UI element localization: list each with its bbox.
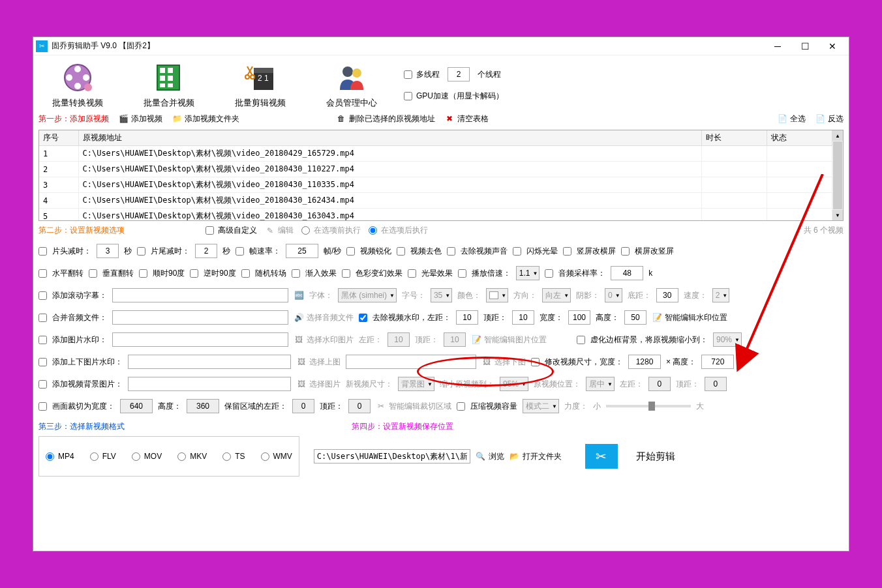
table-row[interactable]: 1C:\Users\HUAWEI\Desktop\素材\视频\video_201… [39, 146, 832, 162]
before-radio[interactable] [301, 226, 310, 235]
trim-head-input[interactable] [97, 244, 119, 258]
col-path[interactable]: 原视频地址 [78, 130, 702, 146]
wm-width-input[interactable] [568, 310, 590, 325]
crop-h-input[interactable] [187, 399, 219, 413]
wm-top-input[interactable] [512, 310, 534, 325]
subtitle-input[interactable] [112, 288, 288, 302]
member-center-button[interactable]: 会员管理中心 [312, 62, 391, 109]
scroll-down-arrow[interactable]: ▼ [832, 210, 843, 220]
add-video-button[interactable]: 🎬添加视频 [118, 113, 162, 125]
multithread-checkbox[interactable] [404, 70, 412, 79]
col-duration[interactable]: 时长 [702, 130, 767, 146]
halo-checkbox[interactable] [408, 269, 416, 278]
shadow-select[interactable]: 0▼ [605, 288, 622, 302]
size-select[interactable]: 35▼ [431, 288, 452, 302]
select-audio-button[interactable]: 🔊选择音频文件 [294, 312, 354, 323]
speed-select[interactable]: 1.1▼ [516, 266, 540, 280]
table-row[interactable]: 3C:\Users\HUAWEI\Desktop\素材\视频\video_201… [39, 177, 832, 193]
delete-selected-button[interactable]: 🗑删除已选择的原视频地址 [336, 113, 435, 125]
colorshift-checkbox[interactable] [342, 269, 350, 278]
shrink-select[interactable]: 95%▼ [500, 377, 528, 391]
newsize-select[interactable]: 背景图▼ [398, 377, 434, 391]
save-path-input[interactable] [314, 449, 470, 463]
vflip-checkbox[interactable] [89, 269, 97, 278]
batch-edit-button[interactable]: 2 1 批量剪辑视频 [221, 62, 299, 109]
browse-button[interactable]: 🔍浏览 [476, 451, 504, 462]
table-row[interactable]: 5C:\Users\HUAWEI\Desktop\素材\视频\video_201… [39, 209, 832, 221]
select-wmimg-button[interactable]: 🖼选择水印图片 [294, 334, 354, 345]
close-button[interactable]: ✕ [819, 37, 846, 55]
blur-border-checkbox[interactable] [577, 336, 585, 344]
wmv-radio[interactable] [261, 452, 269, 461]
resize-w-input[interactable] [628, 355, 661, 369]
mov-radio[interactable] [132, 452, 140, 461]
crop-checkbox[interactable] [38, 402, 47, 411]
thread-count-input[interactable] [448, 67, 470, 81]
fps-checkbox[interactable] [236, 247, 244, 256]
wm-height-input[interactable] [624, 310, 646, 325]
merge-audio-checkbox[interactable] [38, 314, 47, 322]
cutin-checkbox[interactable] [292, 269, 300, 278]
compress-mode-select[interactable]: 模式二▼ [523, 399, 559, 413]
ts-radio[interactable] [222, 452, 231, 461]
table-row[interactable]: 2C:\Users\HUAWEI\Desktop\素材\视频\video_201… [39, 162, 832, 177]
smart-wm-button[interactable]: 📝智能编辑水印位置 [652, 312, 727, 323]
resize-checkbox[interactable] [531, 358, 540, 366]
open-folder-button[interactable]: 📂打开文件夹 [509, 451, 562, 462]
font-select[interactable]: 黑体 (simhei)▼ [338, 288, 397, 302]
batch-convert-button[interactable]: 批量转换视频 [38, 62, 117, 109]
wm-left-input[interactable] [456, 310, 478, 325]
trim-tail-input[interactable] [195, 244, 217, 258]
add-bg-checkbox[interactable] [38, 380, 47, 389]
table-row[interactable]: 4C:\Users\HUAWEI\Desktop\素材\视频\video_201… [39, 193, 832, 209]
color-select[interactable]: ▼ [486, 288, 508, 302]
scroll-up-arrow[interactable]: ▲ [832, 130, 843, 141]
compress-checkbox[interactable] [457, 402, 465, 411]
trim-head-checkbox[interactable] [38, 247, 47, 256]
trim-tail-checkbox[interactable] [137, 247, 145, 256]
imgwm-top-input[interactable] [444, 332, 466, 347]
add-folder-button[interactable]: 📁添加视频文件夹 [172, 113, 239, 125]
bottom-input[interactable] [656, 288, 678, 302]
gpu-checkbox[interactable] [404, 92, 412, 100]
desaturate-checkbox[interactable] [397, 247, 405, 256]
origpos-left-input[interactable] [648, 377, 671, 391]
col-seq[interactable]: 序号 [39, 130, 78, 146]
audio-file-input[interactable] [112, 310, 288, 325]
start-button[interactable]: 开始剪辑 [636, 450, 675, 463]
flv-radio[interactable] [90, 452, 99, 461]
select-bottom-button[interactable]: 🖼选择下图 [481, 357, 526, 368]
h2v-checkbox[interactable] [621, 247, 630, 256]
start-cut-icon[interactable]: ✂ [585, 444, 618, 469]
imgwm-left-input[interactable] [388, 332, 410, 347]
mp4-radio[interactable] [46, 452, 54, 461]
imgwm-file-input[interactable] [112, 332, 288, 347]
minimize-button[interactable]: ─ [764, 37, 791, 55]
topimg-input[interactable] [128, 355, 291, 369]
direction-select[interactable]: 向左▼ [542, 288, 571, 302]
audiorate-input[interactable] [611, 266, 643, 280]
maximize-button[interactable]: ☐ [791, 37, 819, 55]
scroll-sub-checkbox[interactable] [38, 291, 47, 300]
strength-slider[interactable] [606, 405, 691, 407]
remove-audio-checkbox[interactable] [447, 247, 455, 256]
speed-checkbox[interactable] [458, 269, 466, 278]
remove-wm-checkbox[interactable] [359, 314, 367, 322]
table-scrollbar[interactable]: ▲ ▼ [832, 130, 843, 220]
add-tbimg-checkbox[interactable] [38, 358, 47, 366]
cw90-checkbox[interactable] [139, 269, 147, 278]
v2h-checkbox[interactable] [563, 247, 571, 256]
random-trans-checkbox[interactable] [241, 269, 250, 278]
fps-input[interactable] [286, 244, 318, 258]
origpos-top-input[interactable] [705, 377, 727, 391]
batch-merge-button[interactable]: 批量合并视频 [130, 62, 208, 109]
edit-options-button[interactable]: ✎编辑 [265, 225, 294, 236]
smart-img-button[interactable]: 📝智能编辑图片位置 [471, 334, 547, 345]
crop-top-input[interactable] [348, 399, 371, 413]
select-top-button[interactable]: 🖼选择上图 [296, 357, 341, 368]
speed2-select[interactable]: 2▼ [712, 288, 730, 302]
clear-table-button[interactable]: ✖清空表格 [444, 113, 489, 125]
sharpen-checkbox[interactable] [346, 247, 355, 256]
mkv-radio[interactable] [177, 452, 186, 461]
flash-checkbox[interactable] [513, 247, 521, 256]
